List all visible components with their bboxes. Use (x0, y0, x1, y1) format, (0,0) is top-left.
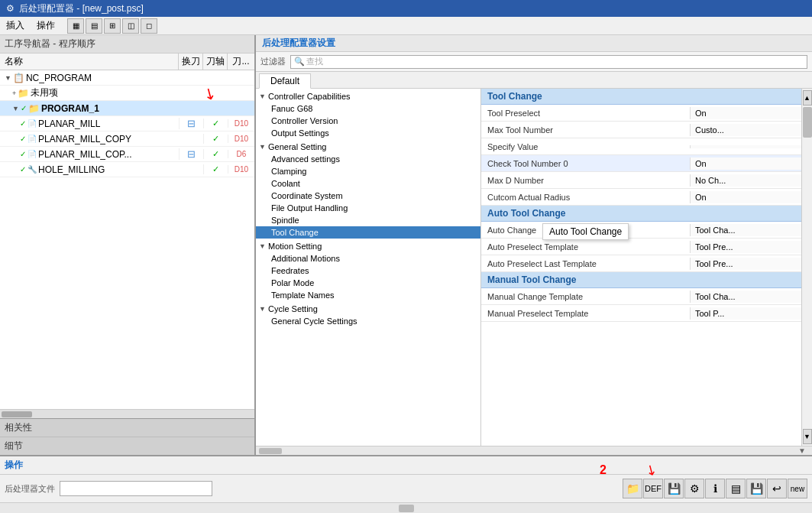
toolbar-open-btn[interactable]: 📁 (623, 479, 642, 498)
settings-title: 后处理配置器设置 (262, 37, 335, 50)
insert-menu[interactable]: 插入 (3, 19, 27, 32)
toolbar-settings-btn[interactable]: ⚙ (684, 479, 704, 498)
search-icon: 🔍 (294, 57, 305, 67)
section-auto-tool-change-header: Auto Tool Change (481, 206, 812, 222)
toolbar-btn-2[interactable]: ▤ (86, 18, 102, 34)
tooltip-auto-tool-change: Auto Tool Change (542, 223, 629, 240)
col-tool-header: 刀... (228, 54, 254, 70)
col-name-header: 名称 (0, 54, 179, 70)
tree-row-planar-mill-cop2[interactable]: ✓ 📄 PLANAR_MILL_COP... ⊟ ✓ D6 (0, 147, 254, 162)
tree-row-program1[interactable]: ▼ ✓ 📁 PROGRAM_1 1 ↘ (0, 101, 254, 116)
row-tool-preselect[interactable]: Tool Preselect On (481, 105, 812, 122)
toolbar-list-btn[interactable]: ▤ (726, 479, 746, 498)
section-tool-change-header: Tool Change (481, 89, 812, 105)
item-additional-motions[interactable]: Additional Motions (256, 252, 480, 265)
row-auto-preselect-last[interactable]: Auto Preselect Last Template Tool Pre... (481, 255, 812, 272)
value-tool-preselect[interactable]: On (690, 107, 812, 119)
toolbar-btn-3[interactable]: ⊞ (104, 18, 121, 34)
col-spindle-header: 刀轴 (203, 54, 228, 70)
row-max-tool[interactable]: Max Tool Number Custo... (481, 122, 812, 138)
value-cutcom[interactable]: On (690, 191, 812, 203)
section-manual-tool-change-header: Manual Tool Change (481, 272, 812, 288)
tree-row-hole-milling[interactable]: ✓ 🔧 HOLE_MILLING ✓ D10 (0, 162, 254, 177)
item-advanced[interactable]: Advanced settings (256, 153, 480, 165)
value-auto-preselect-last[interactable]: Tool Pre... (690, 258, 812, 270)
toolbar-info-btn[interactable]: ℹ (705, 479, 725, 498)
label-manual-preselect: Manual Preselect Template (481, 307, 690, 320)
value-max-d[interactable]: No Ch... (690, 174, 812, 187)
row-check-tool[interactable]: Check Tool Number 0 On (481, 155, 812, 172)
item-spindle[interactable]: Spindle (256, 214, 480, 226)
group-controller[interactable]: ▼ Controller Capabilities (256, 90, 480, 102)
value-manual-preselect[interactable]: Tool P... (690, 307, 812, 320)
row-manual-change[interactable]: Manual Change Template Tool Cha... (481, 288, 812, 305)
tree-row-unused[interactable]: + 📁 未用项 (0, 86, 254, 101)
item-controller-version[interactable]: Controller Version (256, 115, 480, 127)
label-tool-preselect: Tool Preselect (481, 106, 690, 120)
item-tool-change[interactable]: Tool Change (256, 226, 480, 239)
item-fanuc[interactable]: Fanuc G68 (256, 102, 480, 115)
group-cycle[interactable]: ▼ Cycle Setting (256, 303, 480, 315)
toolbar-save-btn[interactable]: 💾 (746, 479, 766, 498)
toolbar-btn-1[interactable]: ▦ (67, 18, 84, 34)
label-max-d: Max D Number (481, 174, 690, 187)
operate-menu[interactable]: 操作 (34, 19, 58, 32)
operations-label: 操作 (5, 459, 23, 472)
col-toolchange-header: 换刀 (179, 54, 203, 70)
item-file-output[interactable]: File Output Handling (256, 202, 480, 214)
post-file-label: 后处理器文件 (5, 483, 55, 495)
filter-label: 过滤器 (260, 56, 286, 67)
label-manual-change: Manual Change Template (481, 290, 690, 304)
value-specify-value[interactable] (690, 145, 812, 148)
value-manual-change[interactable]: Tool Cha... (690, 291, 812, 303)
label-auto-preselect: Auto Preselect Template (481, 240, 690, 254)
item-feedrates[interactable]: Feedrates (256, 265, 480, 277)
new-input[interactable] (788, 481, 807, 496)
row-auto-preselect[interactable]: Auto Preselect Template Tool Pre... (481, 239, 812, 255)
label-check-tool: Check Tool Number 0 (481, 157, 690, 170)
row-max-d[interactable]: Max D Number No Ch... (481, 172, 812, 189)
value-auto-change[interactable]: Tool Cha... (690, 224, 812, 236)
label-auto-preselect-last: Auto Preselect Last Template (481, 257, 690, 271)
row-specify-value[interactable]: Specify Value (481, 138, 812, 155)
tree-row-planar-mill[interactable]: ✓ 📄 PLANAR_MILL ⊟ ✓ D10 (0, 116, 254, 131)
item-general-cycle[interactable]: General Cycle Settings (256, 315, 480, 327)
toolbar-btn-5[interactable]: ◻ (141, 18, 157, 34)
toolbar-save-as-btn[interactable]: 💾 (664, 479, 684, 498)
item-coolant[interactable]: Coolant (256, 177, 480, 190)
gear-icon: ⚙ (6, 3, 15, 14)
value-check-tool[interactable]: On (690, 157, 812, 170)
item-template-names[interactable]: Template Names (256, 289, 480, 301)
search-label: 查找 (306, 56, 323, 67)
window-title: 后处理配置器 - [new_post.psc] (19, 2, 144, 15)
group-general[interactable]: ▼ General Setting (256, 141, 480, 153)
tree-row-planar-mill-copy[interactable]: ✓ 📄 PLANAR_MILL_COPY ✓ D10 (0, 131, 254, 147)
row-auto-change[interactable]: Auto Change Tool Cha... Auto Tool Change (481, 222, 812, 239)
toolbar-btn-4[interactable]: ◫ (122, 18, 139, 34)
label-cutcom: Cutcom Actual Radius (481, 190, 690, 204)
tree-row-nc-program[interactable]: ▼ 📋 NC_PROGRAM (0, 70, 254, 86)
detail-section[interactable]: 细节 (0, 437, 254, 455)
related-section[interactable]: 相关性 (0, 419, 254, 437)
post-file-input[interactable] (60, 481, 212, 496)
value-max-tool[interactable]: Custo... (690, 124, 812, 136)
tab-default[interactable]: Default (259, 73, 311, 89)
item-output-settings[interactable]: Output Settings (256, 127, 480, 139)
toolbar-def-btn[interactable]: DEF (643, 479, 663, 498)
value-auto-preselect[interactable]: Tool Pre... (690, 241, 812, 253)
left-panel-header: 工序导航器 - 程序顺序 (0, 35, 254, 54)
label-max-tool: Max Tool Number (481, 123, 690, 137)
item-clamping[interactable]: Clamping (256, 165, 480, 177)
group-motion[interactable]: ▼ Motion Setting (256, 240, 480, 252)
row-cutcom[interactable]: Cutcom Actual Radius On (481, 189, 812, 206)
row-manual-preselect[interactable]: Manual Preselect Template Tool P... (481, 305, 812, 322)
toolbar-undo-btn[interactable]: ↩ (767, 479, 787, 498)
label-specify-value: Specify Value (481, 140, 690, 154)
item-polar-mode[interactable]: Polar Mode (256, 277, 480, 289)
item-coordinate[interactable]: Coordinate System (256, 190, 480, 202)
